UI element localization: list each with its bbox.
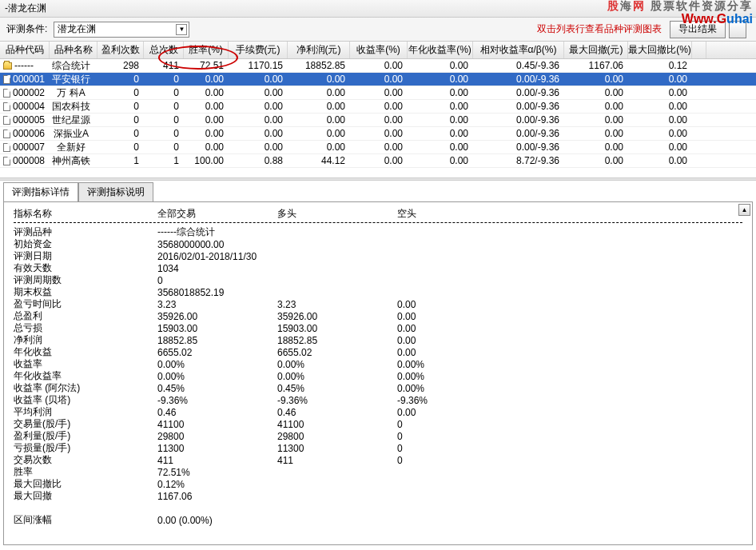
document-icon xyxy=(3,143,10,152)
document-icon xyxy=(3,130,10,138)
table-row[interactable]: ------综合统计29841172.511170.1518852.850.00… xyxy=(0,59,756,73)
document-icon xyxy=(3,102,10,111)
col-header[interactable]: 相对收益率α/β(%) xyxy=(473,42,564,58)
col-header[interactable]: 胜率(%) xyxy=(184,42,229,58)
divider xyxy=(14,222,742,223)
detail-row: 收益率0.00%0.00%0.00% xyxy=(14,358,742,370)
table-row[interactable]: 000004国农科技000.000.000.000.000.000.00/-9.… xyxy=(0,100,756,114)
col-header[interactable]: 净利润(元) xyxy=(288,42,350,58)
detail-row: 亏损量(股/手)11300113000 xyxy=(14,442,742,454)
detail-row: 最大回撤比0.12% xyxy=(14,478,742,490)
document-icon xyxy=(3,116,10,125)
detail-row: 评测日期2016/02/01-2018/11/30 xyxy=(14,250,742,262)
detail-col-header: 指标名称 xyxy=(14,207,157,221)
tab-detail[interactable]: 评测指标详情 xyxy=(3,182,78,201)
window-title: -潜龙在渊 xyxy=(5,2,46,15)
detail-row: 评测品种------综合统计 xyxy=(14,226,742,238)
detail-row: 平均利润0.460.460.00 xyxy=(14,406,742,418)
detail-row: 交易量(股/手)41100411000 xyxy=(14,418,742,430)
condition-label: 评测条件: xyxy=(6,22,47,36)
grid-header[interactable]: 品种代码品种名称盈利次数总次数胜率(%)手续费(元)净利润(元)收益率(%)年化… xyxy=(0,42,756,59)
detail-row xyxy=(14,502,742,514)
detail-row: 年化收益率0.00%0.00%0.00% xyxy=(14,370,742,382)
watermark: 股海网 股票软件资源分享 Www.Guhai xyxy=(607,0,753,26)
col-header[interactable]: 总次数 xyxy=(144,42,184,58)
table-row[interactable]: 000007全新好000.000.000.000.000.000.00/-9.3… xyxy=(0,141,756,154)
document-icon xyxy=(3,157,10,165)
detail-row: 总亏损15903.0015903.000.00 xyxy=(14,322,742,334)
col-header[interactable]: 品种名称 xyxy=(50,42,97,58)
table-row[interactable]: 000006深振业A000.000.000.000.000.000.00/-9.… xyxy=(0,127,756,141)
detail-row: 总盈利35926.0035926.000.00 xyxy=(14,310,742,322)
document-icon xyxy=(3,75,10,84)
detail-col-header: 全部交易 xyxy=(157,207,277,221)
detail-row: 盈利量(股/手)29800298000 xyxy=(14,430,742,442)
table-row[interactable]: 000008神州高铁11100.000.8844.120.000.008.72/… xyxy=(0,154,756,168)
folder-icon xyxy=(3,62,12,70)
detail-row: 交易次数4114110 xyxy=(14,454,742,466)
results-grid: 品种代码品种名称盈利次数总次数胜率(%)手续费(元)净利润(元)收益率(%)年化… xyxy=(0,42,756,177)
detail-row: 年化收益6655.026655.020.00 xyxy=(14,346,742,358)
detail-row: 初始资金3568000000.00 xyxy=(14,238,742,250)
table-row[interactable]: 000002万 科A000.000.000.000.000.000.00/-9.… xyxy=(0,86,756,100)
condition-combo[interactable]: 潜龙在渊 ▼ xyxy=(54,22,189,38)
col-header[interactable]: 最大回撤(元) xyxy=(564,42,628,58)
detail-row: 区间涨幅0.00 (0.00%) xyxy=(14,514,742,526)
col-header[interactable]: 最大回撤比(%) xyxy=(628,42,692,58)
col-header[interactable]: 收益率(%) xyxy=(350,42,408,58)
chevron-down-icon[interactable]: ▼ xyxy=(176,24,187,35)
detail-panel: ▲ 指标名称全部交易多头空头 评测品种------综合统计初始资金3568000… xyxy=(3,201,753,545)
detail-row: 净利润18852.8518852.850.00 xyxy=(14,334,742,346)
detail-row: 胜率72.51% xyxy=(14,466,742,478)
col-header[interactable]: 盈利次数 xyxy=(97,42,144,58)
tab-desc[interactable]: 评测指标说明 xyxy=(78,182,153,201)
detail-col-header: 多头 xyxy=(277,207,397,221)
detail-row: 有效天数1034 xyxy=(14,262,742,274)
detail-row: 收益率 (阿尔法)0.45%0.45%0.00% xyxy=(14,382,742,394)
detail-row: 收益率 (贝塔)-9.36%-9.36%-9.36% xyxy=(14,394,742,406)
detail-row: 期末权益3568018852.19 xyxy=(14,286,742,298)
detail-tabs: 评测指标详情 评测指标说明 xyxy=(0,182,756,201)
scroll-up-icon[interactable]: ▲ xyxy=(738,204,750,216)
col-header[interactable]: 年化收益率(%) xyxy=(408,42,473,58)
detail-col-header: 空头 xyxy=(397,207,517,221)
detail-row: 最大回撤1167.06 xyxy=(14,490,742,502)
table-row[interactable]: 000001平安银行000.000.000.000.000.000.00/-9.… xyxy=(0,73,756,86)
splitter[interactable] xyxy=(0,177,756,181)
detail-row: 评测周期数0 xyxy=(14,274,742,286)
detail-row: 盈亏时间比3.233.230.00 xyxy=(14,298,742,310)
table-row[interactable]: 000005世纪星源000.000.000.000.000.000.00/-9.… xyxy=(0,114,756,127)
col-header[interactable]: 手续费(元) xyxy=(229,42,288,58)
document-icon xyxy=(3,89,10,98)
col-header[interactable]: 品种代码 xyxy=(0,42,50,58)
